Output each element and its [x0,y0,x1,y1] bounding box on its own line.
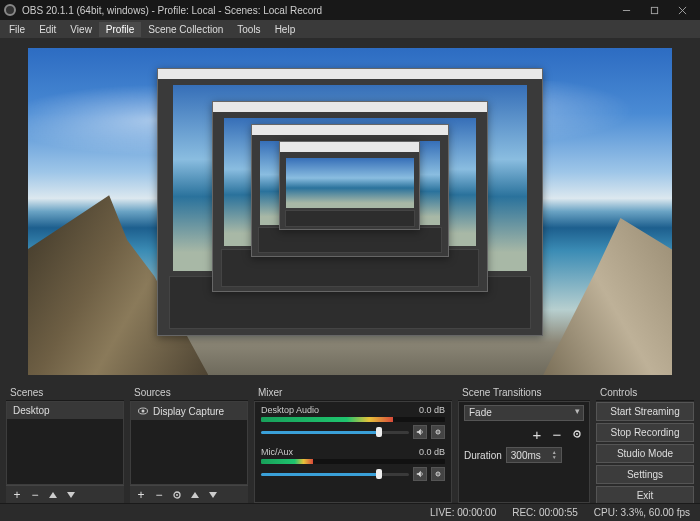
mixer-channel: Mic/Aux 0.0 dB [255,444,451,486]
maximize-button[interactable] [640,0,668,20]
remove-scene-button[interactable]: − [28,488,42,502]
mixer-dock: Mixer Desktop Audio 0.0 dB Mic/Aux 0.0 d… [254,385,452,503]
studio-mode-button[interactable]: Studio Mode [596,444,694,463]
scenes-header: Scenes [6,385,124,401]
channel-level: 0.0 dB [419,405,445,415]
add-transition-button[interactable]: + [530,427,544,441]
remove-source-button[interactable]: − [152,488,166,502]
sources-list[interactable]: Display Capture [130,401,248,485]
source-properties-button[interactable] [170,488,184,502]
visibility-icon[interactable] [137,405,149,417]
channel-name: Mic/Aux [261,447,293,457]
close-button[interactable] [668,0,696,20]
menu-file[interactable]: File [2,22,32,37]
duration-input[interactable]: 300ms ▲▼ [506,447,562,463]
docks: Scenes Desktop + − Sources Display Captu… [0,385,700,503]
menu-tools[interactable]: Tools [230,22,267,37]
channel-name: Desktop Audio [261,405,319,415]
channel-settings-button[interactable] [431,467,445,481]
stop-recording-button[interactable]: Stop Recording [596,423,694,442]
mixer-header: Mixer [254,385,452,401]
channel-settings-button[interactable] [431,425,445,439]
menu-view[interactable]: View [63,22,99,37]
menu-help[interactable]: Help [268,22,303,37]
transitions-header: Scene Transitions [458,385,590,401]
scene-item[interactable]: Desktop [7,402,123,419]
sources-toolbar: + − [130,485,248,503]
preview-canvas[interactable] [28,48,672,375]
window-title: OBS 20.1.1 (64bit, windows) - Profile: L… [22,5,322,16]
status-live: LIVE: 00:00:00 [430,507,496,518]
channel-level: 0.0 dB [419,447,445,457]
status-rec: REC: 00:00:55 [512,507,578,518]
titlebar: OBS 20.1.1 (64bit, windows) - Profile: L… [0,0,700,20]
nested-window [157,68,543,336]
mixer-body: Desktop Audio 0.0 dB Mic/Aux 0.0 dB [254,401,452,503]
status-cpu: CPU: 3.3%, 60.00 fps [594,507,690,518]
transition-properties-button[interactable] [570,427,584,441]
duration-label: Duration [464,450,502,461]
svg-point-7 [176,494,178,496]
app-icon [4,4,16,16]
svg-point-11 [437,473,438,474]
add-scene-button[interactable]: + [10,488,24,502]
minimize-button[interactable] [612,0,640,20]
scene-up-button[interactable] [46,488,60,502]
scenes-list[interactable]: Desktop [6,401,124,485]
transitions-body: Fade + − Duration 300ms ▲▼ [458,401,590,503]
source-label: Display Capture [153,406,224,417]
volume-slider[interactable] [261,469,409,479]
menu-profile[interactable]: Profile [99,22,141,37]
settings-button[interactable]: Settings [596,465,694,484]
statusbar: LIVE: 00:00:00 REC: 00:00:55 CPU: 3.3%, … [0,503,700,521]
menubar: File Edit View Profile Scene Collection … [0,20,700,38]
svg-point-13 [576,433,578,435]
source-down-button[interactable] [206,488,220,502]
sources-dock: Sources Display Capture + − [130,385,248,503]
source-item[interactable]: Display Capture [131,402,247,420]
transition-select[interactable]: Fade [464,405,584,421]
mixer-channel: Desktop Audio 0.0 dB [255,402,451,444]
audio-meter [261,417,445,422]
volume-slider[interactable] [261,427,409,437]
svg-point-9 [437,431,438,432]
scenes-toolbar: + − [6,485,124,503]
add-source-button[interactable]: + [134,488,148,502]
menu-scene-collection[interactable]: Scene Collection [141,22,230,37]
svg-rect-1 [651,7,657,13]
remove-transition-button[interactable]: − [550,427,564,441]
transitions-dock: Scene Transitions Fade + − Duration 300m… [458,385,590,503]
controls-dock: Controls Start Streaming Stop Recording … [596,385,694,503]
mute-button[interactable] [413,467,427,481]
controls-header: Controls [596,385,694,401]
mute-button[interactable] [413,425,427,439]
sources-header: Sources [130,385,248,401]
preview-area [0,38,700,385]
scene-down-button[interactable] [64,488,78,502]
scenes-dock: Scenes Desktop + − [6,385,124,503]
audio-meter [261,459,445,464]
start-streaming-button[interactable]: Start Streaming [596,402,694,421]
source-up-button[interactable] [188,488,202,502]
exit-button[interactable]: Exit [596,486,694,503]
svg-point-5 [142,410,145,413]
menu-edit[interactable]: Edit [32,22,63,37]
